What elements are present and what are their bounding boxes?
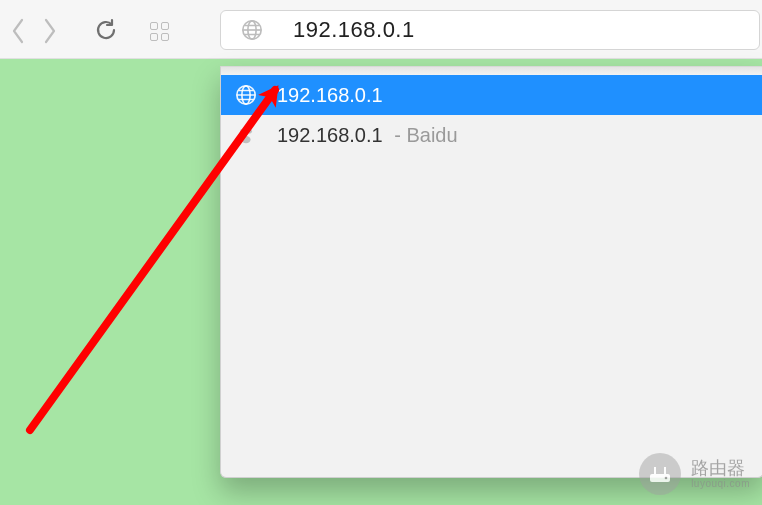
suggestion-text: 192.168.0.1: [277, 124, 383, 146]
watermark-title: 路由器: [691, 459, 750, 479]
globe-icon: [235, 84, 257, 106]
svg-point-6: [240, 129, 245, 134]
address-bar[interactable]: 192.168.0.1: [220, 10, 760, 50]
address-suggestions-dropdown: 192.168.0.1 192.168.0.1 - Baidu: [220, 66, 762, 478]
address-bar-text: 192.168.0.1: [293, 17, 415, 43]
svg-point-8: [241, 136, 250, 143]
suggestion-suffix: - Baidu: [389, 124, 458, 146]
watermark: 路由器 luyouqi.com: [639, 453, 750, 495]
page-background-left: [0, 58, 218, 505]
forward-button[interactable]: [42, 18, 62, 46]
svg-point-7: [247, 129, 252, 134]
router-icon: [639, 453, 681, 495]
suggestion-item[interactable]: 192.168.0.1 - Baidu: [221, 115, 762, 155]
dropdown-top-shade: [221, 67, 762, 75]
back-button[interactable]: [10, 18, 30, 46]
suggestion-label: 192.168.0.1: [277, 84, 383, 107]
globe-icon: [241, 19, 263, 41]
watermark-subtitle: luyouqi.com: [691, 478, 750, 489]
suggestion-label: 192.168.0.1 - Baidu: [277, 124, 458, 147]
baidu-favicon: [235, 124, 257, 146]
refresh-button[interactable]: [94, 18, 120, 44]
speed-dial-button[interactable]: [150, 22, 169, 41]
suggestion-item[interactable]: 192.168.0.1: [221, 75, 762, 115]
svg-point-14: [665, 477, 668, 480]
browser-toolbar: 192.168.0.1: [0, 0, 762, 59]
